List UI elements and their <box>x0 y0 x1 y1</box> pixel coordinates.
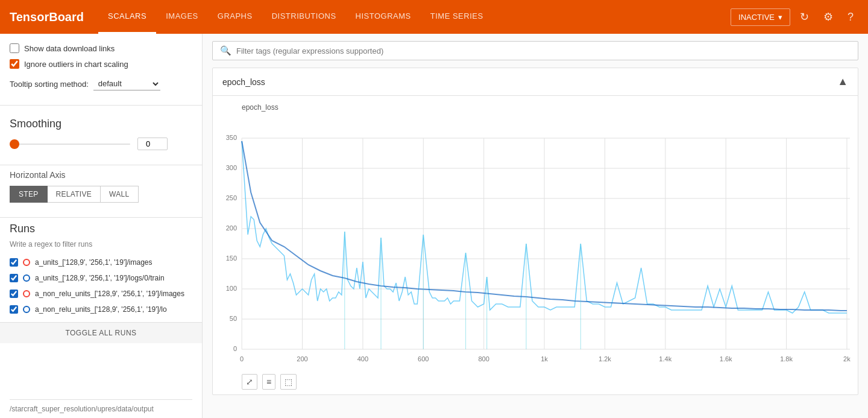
smoothing-slider[interactable] <box>10 144 130 145</box>
collapse-button[interactable]: ▲ <box>837 75 848 88</box>
run2-checkbox[interactable] <box>10 274 18 282</box>
refresh-button[interactable]: ↻ <box>795 5 814 28</box>
svg-text:350: 350 <box>226 134 237 141</box>
svg-text:300: 300 <box>226 164 237 171</box>
axis-buttons: STEP RELATIVE WALL <box>10 186 192 203</box>
smoothing-row <box>10 138 192 150</box>
svg-text:1.8k: 1.8k <box>780 355 793 363</box>
data-view-button[interactable]: ≡ <box>262 374 275 390</box>
smoothing-input[interactable] <box>137 138 168 150</box>
run2-color-dot <box>23 274 30 282</box>
svg-text:1.4k: 1.4k <box>659 355 671 363</box>
run4-color-dot <box>23 306 30 313</box>
runs-label: Runs <box>10 223 192 235</box>
nav-histograms[interactable]: HISTOGRAMS <box>346 0 421 34</box>
chart-container: 0 50 100 150 200 250 300 350 <box>218 114 853 369</box>
ignore-outliers-label: Ignore outliers in chart scaling <box>24 60 128 69</box>
svg-text:800: 800 <box>478 355 489 363</box>
filter-bar: 🔍 <box>212 41 858 60</box>
axis-relative-button[interactable]: RELATIVE <box>48 186 101 203</box>
divider-1 <box>0 105 202 106</box>
run-item: a_non_relu_units_['128,9', '256,1', '19'… <box>10 286 192 302</box>
run4-label: a_non_relu_units_['128,9', '256,1', '19'… <box>35 305 167 314</box>
ignore-outliers-checkbox[interactable] <box>10 59 19 69</box>
svg-text:250: 250 <box>226 194 237 201</box>
svg-text:2k: 2k <box>843 355 851 363</box>
expand-button[interactable]: ⤢ <box>242 374 257 390</box>
divider-2 <box>0 165 202 165</box>
run-item: a_units_['128,9', '256,1', '19']/images <box>10 255 192 270</box>
nav-images[interactable]: IMAGES <box>156 0 208 34</box>
show-data-links-label: Show data download links <box>24 44 115 53</box>
svg-text:200: 200 <box>226 224 237 232</box>
smoothing-label: Smoothing <box>10 118 192 130</box>
show-data-links-checkbox[interactable] <box>10 43 19 53</box>
run-item: a_non_relu_units_['128,9', '256,1', '19'… <box>10 302 192 317</box>
topnav-right: INACTIVE ▾ ↻ ⚙ ? <box>731 5 858 28</box>
horizontal-axis-label: Horizontal Axis <box>10 170 192 180</box>
chart-actions: ⤢ ≡ ⬚ <box>218 369 853 390</box>
run1-checkbox[interactable] <box>10 258 18 267</box>
chart-card-title: epoch_loss <box>222 77 265 87</box>
run1-label: a_units_['128,9', '256,1', '19']/images <box>35 258 153 267</box>
run2-label: a_units_['128,9', '256,1', '19']/logs/0/… <box>35 274 165 282</box>
svg-text:1k: 1k <box>541 355 548 363</box>
chart-card-header: epoch_loss ▲ <box>213 68 858 96</box>
svg-text:200: 200 <box>297 355 307 363</box>
status-dropdown[interactable]: INACTIVE ▾ <box>731 8 790 26</box>
svg-text:150: 150 <box>226 255 237 262</box>
nav-links: SCALARS IMAGES GRAPHS DISTRIBUTIONS HIST… <box>98 0 731 34</box>
svg-text:0: 0 <box>240 355 244 363</box>
settings-button[interactable]: ⚙ <box>819 5 838 28</box>
tooltip-row: Tooltip sorting method: default ascendin… <box>10 77 192 90</box>
top-nav: TensorBoard SCALARS IMAGES GRAPHS DISTRI… <box>0 0 868 34</box>
run3-color-dot <box>23 290 30 297</box>
run3-label: a_non_relu_units_['128,9', '256,1', '19'… <box>35 290 184 298</box>
nav-time-series[interactable]: TIME SERIES <box>421 0 493 34</box>
run4-checkbox[interactable] <box>10 305 18 314</box>
nav-graphs[interactable]: GRAPHS <box>208 0 262 34</box>
chevron-down-icon: ▾ <box>778 13 782 22</box>
svg-text:50: 50 <box>230 315 237 322</box>
toggle-all-runs-button[interactable]: TOGGLE ALL RUNS <box>0 322 202 343</box>
tooltip-sorting-label: Tooltip sorting method: <box>10 80 89 89</box>
chart-subtitle: epoch_loss <box>218 103 853 112</box>
nav-distributions[interactable]: DISTRIBUTIONS <box>262 0 346 34</box>
run-item: a_units_['128,9', '256,1', '19']/logs/0/… <box>10 270 192 286</box>
search-icon: 🔍 <box>220 45 231 56</box>
layout: Show data download links Ignore outliers… <box>0 34 868 418</box>
app-logo: TensorBoard <box>10 10 84 24</box>
svg-text:1.6k: 1.6k <box>720 355 732 363</box>
svg-text:0: 0 <box>233 345 237 352</box>
svg-text:400: 400 <box>357 355 368 363</box>
main-content: 🔍 epoch_loss ▲ epoch_loss 0 50 100 150 <box>203 34 868 418</box>
status-label: INACTIVE <box>738 13 775 22</box>
chart-svg: 0 50 100 150 200 250 300 350 <box>218 114 853 367</box>
help-button[interactable]: ? <box>843 6 858 28</box>
divider-3 <box>0 217 202 218</box>
sidebar: Show data download links Ignore outliers… <box>0 34 203 418</box>
svg-text:600: 600 <box>418 355 429 363</box>
filter-input[interactable] <box>236 46 851 55</box>
chart-body: epoch_loss 0 50 100 150 200 250 300 350 <box>213 96 858 394</box>
footer-path: /starcraft_super_resolution/upres/data/o… <box>10 399 192 418</box>
show-data-links-row: Show data download links <box>10 43 192 53</box>
svg-text:100: 100 <box>226 285 237 292</box>
axis-step-button[interactable]: STEP <box>10 186 48 203</box>
ignore-outliers-row: Ignore outliers in chart scaling <box>10 59 192 69</box>
chart-card: epoch_loss ▲ epoch_loss 0 50 100 150 200… <box>212 68 858 395</box>
run3-checkbox[interactable] <box>10 290 18 298</box>
download-button[interactable]: ⬚ <box>280 374 297 390</box>
run1-color-dot <box>23 259 30 266</box>
runs-filter-label: Write a regex to filter runs <box>10 240 192 249</box>
tooltip-sorting-select[interactable]: default ascending descending nearest <box>93 77 160 90</box>
axis-wall-button[interactable]: WALL <box>101 186 138 203</box>
svg-text:1.2k: 1.2k <box>599 355 611 363</box>
nav-scalars[interactable]: SCALARS <box>98 0 156 34</box>
